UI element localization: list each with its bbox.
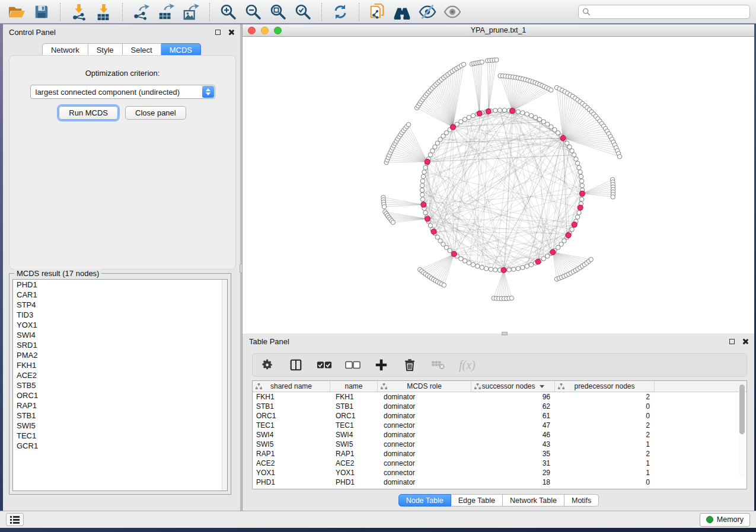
criterion-select[interactable]: largest connected component (undirected) [30,85,215,99]
table-cell: SWI5 [253,440,330,449]
table-row[interactable]: SWI4SWI4dominator462 [253,430,747,440]
network-titlebar[interactable]: YPA_prune.txt_1 [243,24,754,37]
export-image-icon [182,3,200,21]
float-table-panel-icon[interactable] [729,339,735,344]
sort-descending-icon [540,385,544,388]
deselect-all-icon[interactable] [345,357,361,373]
column-header-name[interactable]: name [330,381,378,392]
column-header-successor-nodes[interactable]: successor nodes [471,381,555,392]
mcds-result-item[interactable]: STB1 [13,411,227,421]
network-canvas[interactable] [243,37,754,333]
table-cell: 18 [471,477,555,487]
mcds-result-item[interactable]: STP4 [13,300,227,310]
save-session-button[interactable] [31,2,52,21]
mcds-result-item[interactable]: SWI4 [13,330,227,340]
table-row[interactable]: STB1STB1dominator620 [253,402,747,411]
table-panel: Table Panel f(x) shared name [242,334,754,528]
tab-network-table[interactable]: Network Table [503,494,564,507]
run-mcds-button[interactable]: Run MCDS [59,106,118,120]
mcds-result-item[interactable]: GCR1 [13,441,227,451]
select-all-icon[interactable] [317,357,332,373]
column-header-predecessor-nodes[interactable]: predecessor nodes [555,381,655,392]
export-table-button[interactable] [155,2,177,21]
status-bar: Memory [0,511,756,528]
show-all-button[interactable] [442,2,463,21]
table-cell: 1 [555,459,655,468]
mcds-result-title: MCDS result (17 nodes) [14,269,101,278]
table-row[interactable]: SWI5SWI5connector431 [253,440,747,449]
mcds-result-item[interactable]: ORC1 [13,390,227,400]
horizontal-splitter-grip[interactable] [502,332,508,335]
close-table-panel-icon[interactable] [742,338,748,345]
close-panel-icon[interactable] [228,29,234,36]
table-cell [655,402,747,411]
float-panel-icon[interactable] [215,30,221,35]
table-scrollbar-thumb[interactable] [739,384,745,434]
table-cell [655,392,747,402]
table-cell: SWI4 [330,430,378,440]
table-row[interactable]: ORC1ORC1dominator610 [253,411,747,421]
table-cell: ORC1 [253,411,330,421]
mcds-result-item[interactable]: CAR1 [13,290,227,300]
mcds-result-item[interactable]: FKH1 [13,360,227,370]
export-network-button[interactable] [130,2,152,21]
mcds-result-item[interactable]: PMA2 [13,350,227,360]
show-columns-icon[interactable] [288,357,304,373]
memory-button[interactable]: Memory [700,513,750,527]
export-image-button[interactable] [180,2,202,21]
table-cell: 1 [555,440,655,449]
import-table-button[interactable] [93,2,114,21]
table-row[interactable]: RAP1RAP1dominator352 [253,449,747,459]
mcds-result-item[interactable]: TID3 [13,310,227,320]
column-header-mcds-role[interactable]: MCDS role [378,381,471,392]
network-graph[interactable] [243,37,754,333]
task-history-button[interactable] [6,513,24,526]
mcds-result-item[interactable]: RAP1 [13,400,227,411]
add-column-icon[interactable] [374,357,389,373]
table-row[interactable]: YOX1YOX1connector291 [253,468,747,477]
delete-rows-trash-icon[interactable] [402,357,417,373]
memory-status-icon [706,516,713,523]
mcds-result-item[interactable]: SRD1 [13,340,227,350]
table-row[interactable]: FKH1FKH1dominator962 [253,392,747,402]
refresh-view-button[interactable] [330,2,351,21]
close-panel-button[interactable]: Close panel [125,106,186,120]
table-scrollbar[interactable] [739,384,745,478]
mcds-result-item[interactable]: ACE2 [13,370,227,380]
zoom-in-button[interactable] [218,2,239,21]
table-cell: SWI5 [330,440,378,449]
table-options-gear-icon[interactable] [260,357,275,373]
table-cell: 43 [471,440,555,449]
table-row[interactable]: PHD1PHD1dominator180 [253,477,747,487]
table-cell: 2 [555,449,655,459]
table-cell [655,440,747,449]
mcds-result-item[interactable]: TEC1 [13,431,227,441]
import-network-button[interactable] [68,2,90,21]
new-network-from-selection-button[interactable] [367,2,388,21]
hide-selected-button[interactable] [417,2,438,21]
zoom-selected-button[interactable] [292,2,314,21]
column-header-shared-name[interactable]: shared name [253,381,330,392]
table-cell: STB1 [253,402,330,411]
search-box[interactable] [578,5,750,19]
table-row[interactable]: ACE2ACE2connector311 [253,459,747,468]
mcds-result-item[interactable]: PHD1 [13,280,227,290]
mcds-list-scrollbar[interactable] [222,280,227,491]
import-network-icon [70,3,88,21]
table-cell: 0 [555,411,655,421]
table-row[interactable]: TEC1TEC1connector472 [253,421,747,430]
mcds-result-list[interactable]: PHD1CAR1STP4TID3YOX1SWI4SRD1PMA2FKH1ACE2… [12,279,228,491]
zoom-fit-button[interactable] [267,2,289,21]
tab-edge-table[interactable]: Edge Table [451,494,503,507]
mcds-result-item[interactable]: STB5 [13,380,227,390]
show-eye-icon [444,4,461,20]
open-file-button[interactable] [6,2,27,21]
mcds-result-item[interactable]: SWI5 [13,421,227,431]
tab-motifs[interactable]: Motifs [564,494,599,507]
node-table-body: FKH1FKH1dominator962STB1STB1dominator620… [253,392,747,489]
search-input[interactable] [593,8,746,16]
zoom-out-button[interactable] [243,2,264,21]
mcds-result-item[interactable]: YOX1 [13,320,227,330]
tab-node-table[interactable]: Node Table [398,494,451,507]
find-button[interactable] [392,2,413,21]
